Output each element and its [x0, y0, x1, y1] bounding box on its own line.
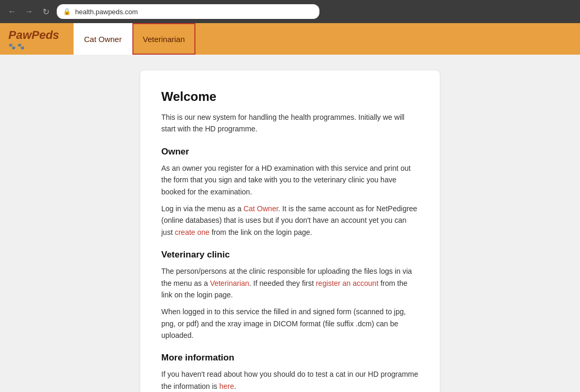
more-p1-after: .	[234, 382, 236, 390]
here-link-1[interactable]: here	[220, 382, 234, 390]
vet-heading: Veterinary clinic	[161, 250, 419, 260]
welcome-heading: Welcome	[161, 89, 419, 104]
logo-text: PawPeds	[8, 28, 59, 42]
more-heading: More information	[161, 353, 419, 363]
logo-paws: 🐾 🐾	[8, 43, 59, 50]
welcome-text: This is our new system for handling the …	[161, 111, 419, 135]
owner-heading: Owner	[161, 147, 419, 157]
owner-p2-after: from the link on the login page.	[210, 228, 312, 236]
vet-paragraph-2: When logged in to this service the fille…	[161, 306, 419, 341]
owner-paragraph-1: As an owner you register for a HD examin…	[161, 162, 419, 198]
more-p1-before: If you haven't read about how you should…	[161, 370, 418, 390]
content-card: Welcome This is our new system for handl…	[140, 70, 440, 392]
register-account-link[interactable]: register an account	[316, 279, 378, 287]
browser-chrome: ← → ↻ 🔒 health.pawpeds.com	[0, 0, 580, 23]
tab-cat-owner[interactable]: Cat Owner	[74, 23, 132, 55]
forward-button[interactable]: →	[23, 6, 35, 17]
nav-tabs: Cat Owner Veterinarian	[74, 23, 195, 55]
cat-owner-link[interactable]: Cat Owner	[243, 204, 278, 213]
owner-p2-before: Log in via the menu as a	[161, 204, 243, 213]
more-paragraph-1: If you haven't read about how you should…	[161, 368, 419, 392]
back-button[interactable]: ←	[6, 6, 18, 17]
reload-button[interactable]: ↻	[40, 6, 51, 17]
address-bar[interactable]: 🔒 health.pawpeds.com	[57, 4, 319, 19]
create-one-link[interactable]: create one	[175, 228, 210, 236]
veterinarian-link[interactable]: Veterinarian	[210, 279, 250, 287]
tab-veterinarian[interactable]: Veterinarian	[132, 23, 195, 55]
owner-paragraph-2: Log in via the menu as a Cat Owner. It i…	[161, 203, 419, 238]
vet-p1-after: . If needed they first	[249, 279, 316, 287]
url-text: health.pawpeds.com	[75, 8, 138, 16]
page-content: Welcome This is our new system for handl…	[0, 55, 580, 392]
vet-paragraph-1: The person/persons at the clinic respons…	[161, 265, 419, 301]
lock-icon: 🔒	[63, 8, 71, 15]
logo-area: PawPeds 🐾 🐾	[0, 23, 74, 55]
app-header: PawPeds 🐾 🐾 Cat Owner Veterinarian	[0, 23, 580, 55]
